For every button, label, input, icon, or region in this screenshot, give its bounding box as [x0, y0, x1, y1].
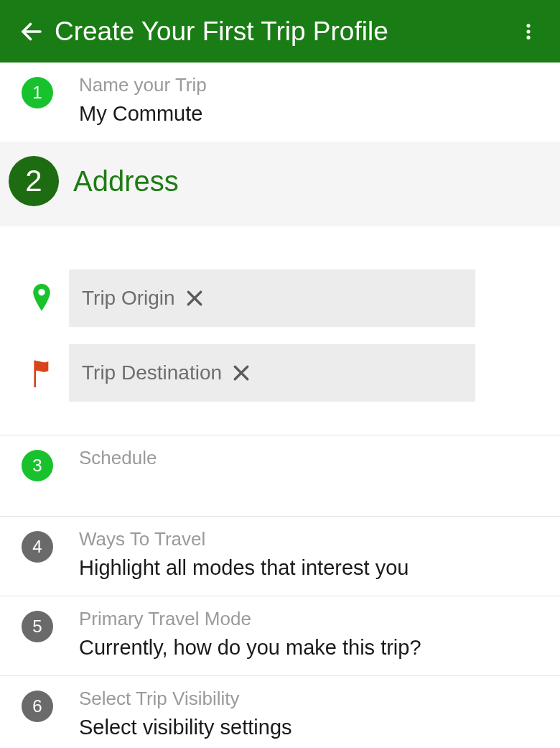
map-pin-icon [31, 284, 52, 313]
step-4-text: Ways To Travel Highlight all modes that … [79, 528, 409, 580]
address-section: Trip Origin Trip Destination [0, 226, 560, 435]
svg-point-1 [526, 24, 530, 27]
step-1-value: My Commute [79, 102, 207, 126]
step-1-label: Name your Trip [79, 74, 207, 96]
step-1-text: Name your Trip My Commute [79, 74, 207, 126]
destination-row: Trip Destination [27, 344, 544, 402]
step-4-row[interactable]: 4 Ways To Travel Highlight all modes tha… [0, 517, 560, 596]
step-3-text: Schedule [79, 447, 157, 475]
step-5-badge: 5 [22, 611, 53, 642]
step-6-value: Select visibility settings [79, 716, 292, 739]
step-5-value: Currently, how do you make this trip? [79, 636, 421, 660]
step-1-row[interactable]: 1 Name your Trip My Commute [0, 63, 560, 142]
destination-placeholder: Trip Destination [82, 361, 222, 384]
step-3-label: Schedule [79, 447, 157, 469]
step-6-text: Select Trip Visibility Select visibility… [79, 688, 292, 739]
step-2-badge: 2 [9, 156, 59, 206]
flag-icon [30, 359, 53, 387]
step-5-label: Primary Travel Mode [79, 608, 421, 630]
step-2-text: Address [73, 165, 179, 198]
step-6-badge: 6 [22, 691, 53, 722]
step-2-header: 2 Address [0, 142, 560, 226]
close-icon [230, 362, 252, 384]
step-4-label: Ways To Travel [79, 528, 409, 550]
step-5-row[interactable]: 5 Primary Travel Mode Currently, how do … [0, 596, 560, 676]
origin-marker-icon [27, 284, 56, 313]
step-1-badge: 1 [22, 77, 53, 108]
page-title: Create Your First Trip Profile [55, 17, 513, 47]
step-3-row[interactable]: 3 Schedule [0, 435, 560, 517]
overflow-menu-button[interactable] [513, 16, 544, 47]
back-button[interactable] [16, 16, 47, 47]
svg-point-3 [526, 35, 530, 39]
origin-row: Trip Origin [27, 269, 544, 327]
close-icon [184, 287, 205, 309]
arrow-left-icon [19, 19, 45, 45]
step-4-value: Highlight all modes that interest you [79, 556, 409, 580]
step-4-badge: 4 [22, 531, 53, 563]
app-bar: Create Your First Trip Profile [0, 0, 560, 63]
step-6-label: Select Trip Visibility [79, 688, 292, 710]
step-2-title: Address [73, 165, 179, 198]
more-vertical-icon [518, 22, 538, 42]
svg-point-4 [38, 289, 45, 295]
step-3-badge: 3 [22, 450, 53, 481]
step-6-row[interactable]: 6 Select Trip Visibility Select visibili… [0, 676, 560, 748]
step-5-text: Primary Travel Mode Currently, how do yo… [79, 608, 421, 660]
svg-point-2 [526, 29, 530, 33]
origin-placeholder: Trip Origin [82, 287, 175, 310]
destination-flag-icon [27, 359, 56, 387]
origin-input[interactable]: Trip Origin [69, 269, 475, 327]
destination-clear-button[interactable] [230, 362, 252, 384]
destination-input[interactable]: Trip Destination [69, 344, 475, 402]
origin-clear-button[interactable] [184, 287, 205, 309]
